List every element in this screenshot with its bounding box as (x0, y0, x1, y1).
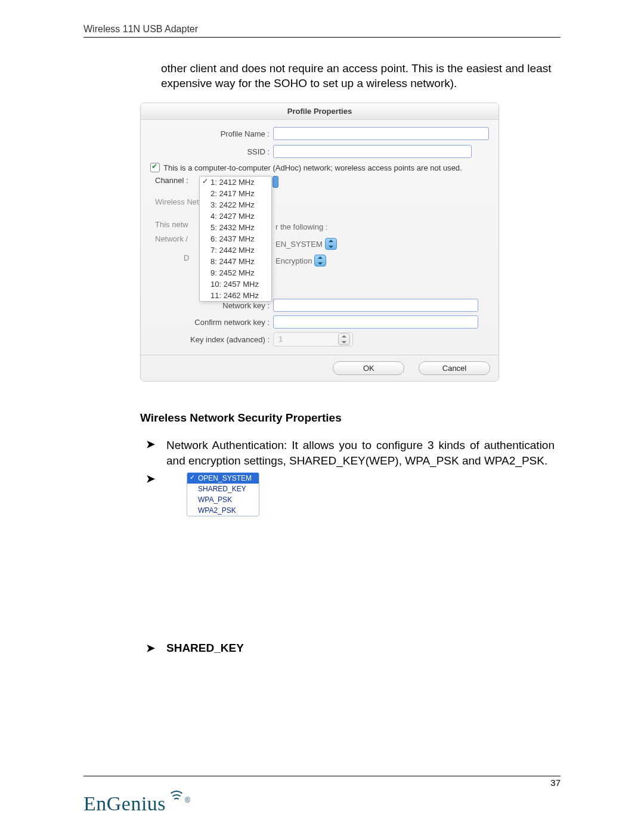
network-auth-partial-label: Network / (155, 234, 188, 243)
ok-button[interactable]: OK (333, 361, 404, 375)
auth-select-stepper[interactable] (325, 238, 337, 250)
bullet-arrow-icon: ➤ (146, 642, 166, 655)
key-index-stepper[interactable] (338, 333, 350, 345)
footer-rule (83, 776, 561, 776)
scrollbar-handle[interactable] (273, 176, 278, 188)
cancel-button[interactable]: Cancel (419, 361, 490, 375)
auth-options-menu: OPEN_SYSTEM SHARED_KEY WPA_PSK WPA2_PSK (187, 472, 259, 516)
security-properties-heading: Wireless Network Security Properties (140, 411, 561, 425)
network-key-input[interactable] (273, 299, 478, 312)
key-index-select[interactable]: 1 (273, 332, 353, 346)
wifi-icon (167, 789, 184, 806)
network-auth-paragraph: Network Authentication: It allows you to… (166, 438, 555, 468)
channel-option[interactable]: 8: 2447 MHz (200, 256, 271, 267)
adhoc-text: This is a computer-to-computer (AdHoc) n… (163, 163, 462, 172)
adhoc-checkbox[interactable] (150, 163, 160, 172)
channel-option[interactable]: 4: 2427 MHz (200, 210, 271, 222)
auth-option[interactable]: WPA_PSK (187, 494, 259, 505)
channel-area: Channel : Wireless Net This netw Network… (150, 176, 489, 295)
auth-select-value[interactable]: EN_SYSTEM (275, 240, 323, 249)
this-netw-partial-label: This netw (155, 220, 188, 229)
brand-name: EnGenius (83, 792, 166, 815)
auth-option[interactable]: SHARED_KEY (187, 484, 259, 494)
ssid-label: SSID : (150, 147, 273, 156)
page-number: 37 (83, 778, 561, 788)
brand-logo: EnGenius ® (83, 792, 561, 815)
auth-option[interactable]: OPEN_SYSTEM (187, 473, 259, 484)
key-index-value: 1 (278, 333, 283, 345)
network-key-label: Network key : (150, 301, 273, 310)
encryption-select-value[interactable]: Encryption (275, 256, 312, 265)
channel-option[interactable]: 7: 2442 MHz (200, 244, 271, 256)
channel-dropdown[interactable]: 1: 2412 MHz 2: 2417 MHz 3: 2422 MHz 4: 2… (199, 176, 272, 302)
key-index-label: Key index (advanced) : (150, 335, 273, 344)
ssid-input[interactable] (273, 145, 472, 158)
shared-key-heading: SHARED_KEY (166, 642, 244, 655)
doc-header: Wireless 11N USB Adapter (83, 24, 561, 38)
bullet-arrow-icon: ➤ (146, 438, 166, 468)
wireless-net-partial-label: Wireless Net (150, 197, 199, 206)
channel-option[interactable]: 1: 2412 MHz (200, 176, 271, 188)
channel-option[interactable]: 9: 2452 MHz (200, 267, 271, 278)
profile-properties-dialog: Profile Properties Profile Name : SSID :… (140, 103, 499, 382)
channel-option[interactable]: 3: 2422 MHz (200, 199, 271, 210)
dialog-title: Profile Properties (141, 103, 499, 120)
channel-option[interactable]: 5: 2432 MHz (200, 222, 271, 233)
channel-option[interactable]: 10: 2457 MHz (200, 278, 271, 290)
intro-paragraph: other client and does not require an acc… (161, 61, 555, 91)
data-enc-partial-label: D (184, 253, 189, 262)
confirm-key-input[interactable] (273, 315, 478, 329)
profile-name-label: Profile Name : (150, 129, 273, 138)
registered-mark: ® (185, 796, 190, 804)
auth-option[interactable]: WPA2_PSK (187, 505, 259, 516)
profile-name-input[interactable] (273, 127, 489, 140)
channel-option[interactable]: 6: 2437 MHz (200, 233, 271, 244)
bullet-arrow-icon: ➤ (146, 472, 166, 516)
channel-option[interactable]: 11: 2462 MHz (200, 290, 271, 301)
encryption-select-stepper[interactable] (314, 255, 326, 267)
channel-option[interactable]: 2: 2417 MHz (200, 188, 271, 199)
confirm-key-label: Confirm network key : (150, 318, 273, 327)
channel-label: Channel : (150, 176, 204, 185)
following-partial-label: r the following : (275, 222, 327, 231)
